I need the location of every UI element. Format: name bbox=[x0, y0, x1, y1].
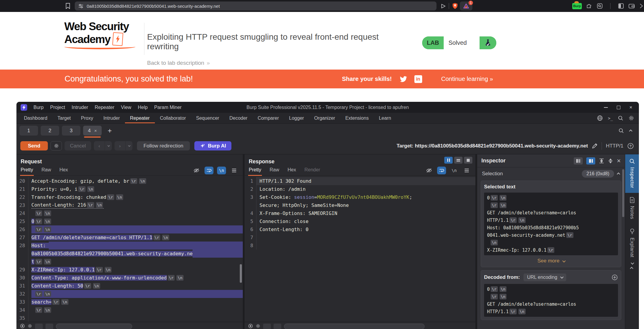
decoded-text-content[interactable]: 0\r\n \r\nGET /admin/delete?username=car… bbox=[484, 284, 618, 317]
cancel-button[interactable]: Cancel bbox=[65, 141, 91, 150]
tab-hex[interactable]: Hex bbox=[59, 167, 68, 176]
follow-redirection-button[interactable]: Follow redirection bbox=[137, 141, 190, 150]
hide-nonprintable-eye-off-icon[interactable] bbox=[192, 167, 201, 174]
add-decoding-icon[interactable] bbox=[611, 274, 618, 281]
request-scrollbar-thumb[interactable] bbox=[240, 264, 242, 283]
tab-pretty[interactable]: Pretty bbox=[249, 167, 261, 176]
burp-extension-icon[interactable]: Burp bbox=[572, 3, 582, 9]
response-editor[interactable]: 1HTTP/1.1 302 Found2Location: /admin3Set… bbox=[245, 176, 475, 322]
repeater-tab-4[interactable]: 4× bbox=[83, 126, 102, 136]
request-editor[interactable]: 20Accept-Encoding: gzip, deflate, br\r\n… bbox=[16, 176, 243, 322]
hide-nonprintable-eye-off-icon[interactable] bbox=[425, 167, 434, 174]
expand-all-icon[interactable] bbox=[599, 158, 604, 164]
back-arrow-icon[interactable]: ‹ bbox=[94, 141, 105, 150]
site-settings-icon[interactable] bbox=[78, 4, 83, 9]
target-crosshair-icon[interactable] bbox=[20, 324, 25, 328]
tab-learn[interactable]: Learn bbox=[374, 113, 396, 123]
burp-ai-button[interactable]: Burp AI bbox=[194, 141, 231, 150]
send-button[interactable]: Send bbox=[20, 141, 48, 150]
tab-proxy[interactable]: Proxy bbox=[76, 113, 98, 123]
history-back-split-button[interactable]: ‹ bbox=[94, 141, 112, 150]
clipped-edge-icon[interactable] bbox=[639, 3, 643, 9]
linkedin-icon[interactable]: in bbox=[414, 75, 422, 83]
tab-raw[interactable]: Raw bbox=[270, 167, 279, 176]
add-tab-button[interactable]: + bbox=[104, 126, 115, 136]
selection-section-header[interactable]: Selection 216 (0xd8) bbox=[477, 167, 625, 180]
repeater-tab-1[interactable]: 1 bbox=[19, 126, 38, 136]
inspector-scrollbar-thumb[interactable] bbox=[622, 169, 624, 217]
dock-right-toggle[interactable] bbox=[586, 157, 595, 164]
menu-item-help[interactable]: Help bbox=[135, 105, 151, 110]
footer-prev-button[interactable] bbox=[35, 324, 43, 329]
show-newlines-icon[interactable]: \n bbox=[450, 167, 459, 174]
see-more-link[interactable]: See more bbox=[484, 258, 618, 264]
close-button[interactable]: × bbox=[629, 104, 632, 110]
collaborator-globe-icon[interactable] bbox=[597, 115, 603, 121]
layout-columns-button[interactable] bbox=[444, 157, 453, 164]
brave-shield-icon[interactable] bbox=[452, 3, 458, 9]
tab-extensions[interactable]: Extensions bbox=[340, 113, 374, 123]
wallet-icon[interactable] bbox=[628, 3, 635, 9]
rail-tab-explanation[interactable]: Explanat bbox=[625, 224, 639, 274]
help-icon[interactable]: ? bbox=[627, 143, 634, 149]
bookmark-icon[interactable] bbox=[65, 3, 71, 9]
web-security-academy-logo[interactable]: Web Security Academy bbox=[64, 20, 142, 49]
twitter-icon[interactable] bbox=[399, 76, 407, 82]
footer-next-button[interactable] bbox=[45, 324, 53, 329]
send-settings-gear-icon[interactable] bbox=[51, 141, 62, 150]
edit-target-pencil-icon[interactable] bbox=[592, 143, 598, 149]
soft-wrap-icon[interactable] bbox=[205, 167, 213, 174]
inspector-close-icon[interactable]: × bbox=[617, 158, 621, 164]
show-newlines-icon[interactable]: \n bbox=[217, 167, 226, 174]
tab-pretty[interactable]: Pretty bbox=[21, 167, 33, 176]
layout-single-button[interactable] bbox=[464, 157, 472, 164]
footer-gear-icon[interactable] bbox=[28, 324, 32, 328]
history-forward-split-button[interactable]: › bbox=[115, 141, 132, 150]
chevron-up-icon[interactable] bbox=[617, 173, 620, 176]
back-dropdown-icon[interactable] bbox=[105, 141, 112, 150]
tab-decoder[interactable]: Decoder bbox=[224, 113, 252, 123]
menu-item-view[interactable]: View bbox=[118, 105, 135, 110]
box-search-icon[interactable] bbox=[597, 3, 603, 9]
target-crosshair-icon[interactable] bbox=[248, 324, 253, 328]
editor-menu-icon[interactable] bbox=[462, 167, 471, 174]
encoding-dropdown[interactable]: URL encoding bbox=[524, 273, 566, 281]
request-search-input[interactable] bbox=[56, 324, 132, 329]
menu-item-param-miner[interactable]: Param Miner bbox=[151, 105, 185, 110]
search-icon[interactable] bbox=[618, 116, 623, 121]
continue-learning-link[interactable]: Continue learning » bbox=[441, 76, 493, 82]
menu-item-project[interactable]: Project bbox=[47, 105, 68, 110]
tab-intruder[interactable]: Intruder bbox=[98, 113, 125, 123]
sidebar-toggle-icon[interactable] bbox=[618, 3, 624, 9]
share-play-icon[interactable] bbox=[441, 4, 446, 9]
terminal-icon[interactable]: >_ bbox=[608, 116, 613, 121]
editor-menu-icon[interactable] bbox=[230, 167, 239, 174]
tab-sequencer[interactable]: Sequencer bbox=[191, 113, 224, 123]
collapse-all-icon[interactable] bbox=[608, 158, 613, 164]
tab-collaborator[interactable]: Collaborator bbox=[155, 113, 191, 123]
layout-rows-button[interactable] bbox=[454, 157, 463, 164]
footer-next-button[interactable] bbox=[274, 324, 281, 329]
rail-tab-inspector[interactable]: Inspector bbox=[625, 154, 639, 193]
tab-repeater[interactable]: Repeater bbox=[125, 113, 155, 123]
tab-dashboard[interactable]: Dashboard bbox=[19, 113, 52, 123]
back-to-lab-description-link[interactable]: Back to lab description» bbox=[147, 60, 210, 66]
http-version-label[interactable]: HTTP/1 bbox=[606, 143, 623, 149]
footer-gear-icon[interactable] bbox=[256, 324, 260, 328]
maximize-button[interactable] bbox=[617, 106, 620, 109]
address-bar[interactable]: 0a81005b035d8d84821e927900b50041.web-sec… bbox=[75, 1, 437, 10]
tab-logger[interactable]: Logger bbox=[284, 113, 309, 123]
rail-tab-notes[interactable]: Notes bbox=[625, 193, 639, 224]
tab-target[interactable]: Target bbox=[52, 113, 76, 123]
ai-assistant-icon[interactable]: 1 bbox=[460, 1, 472, 10]
tab-comparer[interactable]: Comparer bbox=[253, 113, 284, 123]
extensions-puzzle-icon[interactable] bbox=[586, 3, 592, 9]
tab-organizer[interactable]: Organizer bbox=[309, 113, 340, 123]
tab-raw[interactable]: Raw bbox=[42, 167, 51, 176]
forward-dropdown-icon[interactable] bbox=[125, 141, 132, 150]
tab-hex[interactable]: Hex bbox=[288, 167, 296, 176]
chevron-up-icon[interactable] bbox=[629, 129, 632, 133]
footer-prev-button[interactable] bbox=[263, 324, 271, 329]
settings-gear-icon[interactable] bbox=[628, 115, 634, 121]
search-icon[interactable] bbox=[619, 128, 624, 133]
